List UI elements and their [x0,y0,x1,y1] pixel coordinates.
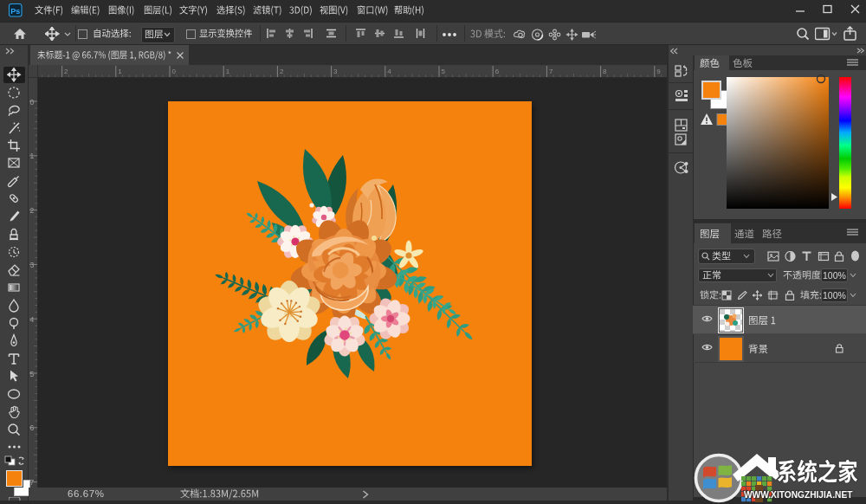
svg-text:1: 1 [30,152,35,160]
svg-text:Ps: Ps [10,7,20,16]
svg-text:0: 0 [30,98,35,107]
svg-text:3: 3 [30,261,35,269]
svg-text:0: 0 [172,68,177,75]
svg-text:2: 2 [280,68,284,75]
svg-text:2: 2 [30,206,35,215]
svg-text:1: 1 [118,68,122,75]
svg-text:7: 7 [30,478,35,487]
svg-text:1: 1 [226,68,230,75]
svg-text:4: 4 [30,315,35,324]
svg-text:5: 5 [30,370,35,378]
svg-text:6: 6 [495,68,500,75]
svg-text:7: 7 [549,68,553,75]
svg-text:6: 6 [30,423,35,432]
svg-text:9: 9 [656,68,661,75]
svg-text:2: 2 [64,68,68,75]
svg-text:8: 8 [603,68,607,75]
svg-text:3: 3 [333,68,338,75]
svg-text:5: 5 [442,68,446,75]
svg-text:4: 4 [387,68,391,75]
